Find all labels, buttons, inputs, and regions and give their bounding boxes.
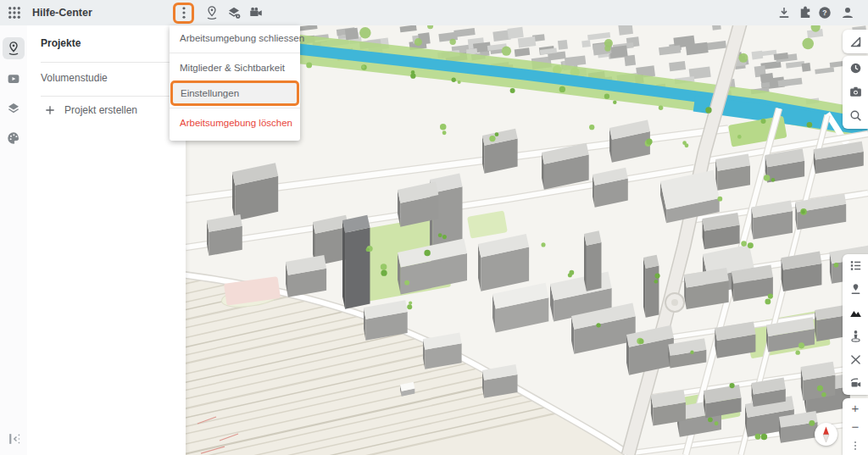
media-icon[interactable] bbox=[3, 68, 25, 90]
pin-drop-icon[interactable] bbox=[843, 278, 868, 302]
collapse-panel-icon[interactable] bbox=[6, 430, 23, 447]
workspace-menu: Arbeitsumgebung schliessen Mitglieder & … bbox=[170, 25, 300, 141]
projects-panel: Projekte Volumenstudie Projekt erstellen bbox=[27, 25, 186, 455]
camera-orbit-icon[interactable] bbox=[843, 371, 868, 395]
compass[interactable] bbox=[815, 423, 837, 446]
video-camera-icon[interactable] bbox=[248, 5, 264, 20]
more-options-icon[interactable] bbox=[176, 5, 192, 20]
close-icon[interactable] bbox=[843, 348, 868, 372]
create-project-button[interactable]: Projekt erstellen bbox=[44, 104, 137, 116]
styles-palette-icon[interactable] bbox=[3, 127, 25, 149]
apps-grid-icon[interactable] bbox=[7, 5, 22, 20]
plus-icon bbox=[44, 104, 56, 116]
page-title: Hilfe-Center bbox=[32, 0, 92, 25]
extensions-icon[interactable] bbox=[798, 5, 813, 20]
menu-item-delete-workspace[interactable]: Arbeitsumgebung löschen bbox=[170, 110, 300, 136]
zoom-in-icon[interactable]: + bbox=[843, 398, 868, 417]
left-icon-rail bbox=[0, 25, 27, 455]
pin-location-icon[interactable] bbox=[204, 5, 220, 20]
panel-title: Projekte bbox=[41, 37, 81, 49]
app-window: Hilfe-Center ? Projekte Volumenstudie bbox=[0, 0, 868, 455]
top-bar: Hilfe-Center ? bbox=[0, 0, 868, 25]
zoom-tools: + − bbox=[843, 398, 868, 455]
project-item-volumenstudie[interactable]: Volumenstudie bbox=[41, 72, 108, 84]
projects-pin-icon[interactable] bbox=[3, 37, 25, 59]
screenshot-icon[interactable] bbox=[843, 80, 868, 103]
svg-text:?: ? bbox=[822, 8, 826, 17]
menu-item-close-workspace[interactable]: Arbeitsumgebung schliessen bbox=[170, 25, 300, 51]
divider bbox=[170, 53, 300, 53]
help-icon[interactable]: ? bbox=[817, 5, 832, 20]
time-icon[interactable] bbox=[843, 56, 868, 80]
menu-item-settings[interactable]: Einstellungen bbox=[170, 80, 299, 106]
divider bbox=[41, 62, 186, 63]
create-project-label: Projekt erstellen bbox=[64, 104, 137, 116]
divider bbox=[41, 96, 186, 97]
account-icon[interactable] bbox=[840, 5, 855, 20]
divider bbox=[170, 108, 300, 108]
zoom-out-icon[interactable]: − bbox=[843, 417, 868, 436]
view-tools bbox=[843, 56, 868, 129]
slope-tool-box bbox=[843, 30, 868, 53]
layers-settings-icon[interactable] bbox=[226, 5, 242, 20]
menu-item-members-visibility[interactable]: Mitglieder & Sichtbarkeit bbox=[170, 55, 300, 80]
slope-icon[interactable] bbox=[843, 30, 868, 53]
download-icon[interactable] bbox=[776, 5, 792, 20]
street-view-icon[interactable] bbox=[843, 325, 868, 348]
terrain-icon[interactable] bbox=[843, 301, 868, 325]
map-tools bbox=[843, 254, 868, 395]
search-icon[interactable] bbox=[843, 103, 868, 127]
layers-icon[interactable] bbox=[3, 97, 25, 119]
compass-needle-icon bbox=[815, 423, 837, 446]
more-icon[interactable] bbox=[843, 436, 868, 455]
legend-icon[interactable] bbox=[843, 254, 868, 278]
